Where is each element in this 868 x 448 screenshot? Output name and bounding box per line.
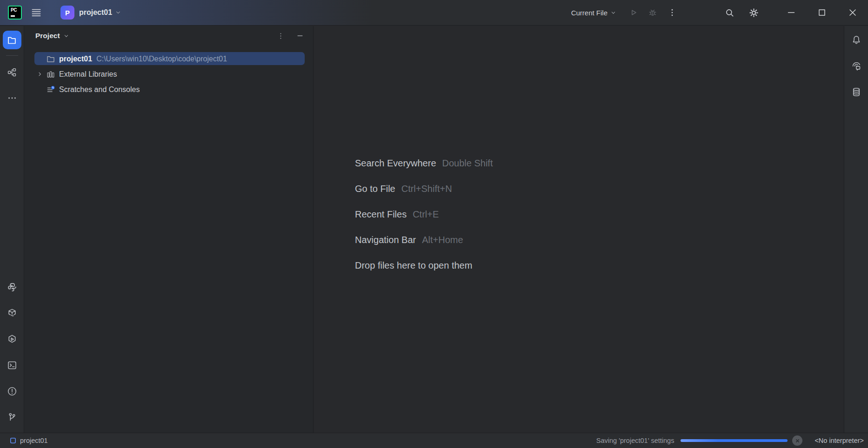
- project-window-icon: [10, 437, 16, 444]
- toolbar-divider: [6, 55, 18, 56]
- python-packages-icon[interactable]: [3, 304, 21, 323]
- version-control-icon[interactable]: [3, 408, 21, 427]
- project-folder-icon[interactable]: [3, 31, 21, 49]
- project-selector[interactable]: P project01: [60, 6, 122, 20]
- terminal-icon[interactable]: [3, 356, 21, 375]
- title-bar: PC P project01 Current File: [0, 0, 868, 26]
- close-icon[interactable]: [837, 0, 868, 26]
- tree-row-scratches[interactable]: Scratches and Consoles: [25, 82, 313, 97]
- services-icon[interactable]: [3, 330, 21, 349]
- background-task-label: Saving 'project01' settings: [596, 437, 674, 444]
- chevron-down-icon: [610, 9, 617, 16]
- search-icon[interactable]: [721, 4, 738, 21]
- notifications-bell-icon[interactable]: [847, 31, 866, 49]
- project-badge: P: [60, 6, 74, 20]
- project-tool-window: Project project01: [25, 26, 314, 433]
- tree-row-external-libraries[interactable]: External Libraries: [25, 66, 313, 82]
- panel-options-kebab-icon[interactable]: [274, 29, 287, 42]
- editor-area: Search Everywhere Double Shift Go to Fil…: [314, 26, 843, 433]
- scratches-icon: [46, 85, 56, 94]
- project-view-selector[interactable]: Project: [35, 32, 70, 40]
- project-name: project01: [79, 8, 112, 17]
- library-icon: [46, 70, 56, 79]
- right-tool-window-bar: [844, 26, 868, 433]
- settings-gear-icon[interactable]: [745, 4, 762, 21]
- project-tree: project01 C:\Users\win10\Desktop\code\pr…: [25, 46, 313, 97]
- kebab-menu-icon[interactable]: [664, 4, 681, 21]
- hamburger-menu-icon[interactable]: [28, 4, 45, 21]
- ai-assistant-icon[interactable]: [847, 57, 866, 75]
- drop-files-hint: Drop files here to open them: [355, 253, 493, 278]
- pycharm-logo: PC: [8, 6, 22, 20]
- tree-row-project-root[interactable]: project01 C:\Users\win10\Desktop\code\pr…: [25, 51, 313, 66]
- problems-icon[interactable]: [3, 382, 21, 401]
- cancel-task-icon[interactable]: [792, 435, 802, 446]
- folder-icon: [46, 54, 56, 64]
- progress-bar: [681, 439, 788, 442]
- status-bar: project01 Saving 'project01' settings <N…: [0, 433, 868, 448]
- maximize-icon[interactable]: [807, 0, 837, 26]
- chevron-down-icon: [63, 33, 70, 40]
- python-console-icon[interactable]: [3, 278, 21, 296]
- hide-panel-icon[interactable]: [294, 29, 307, 42]
- more-tool-windows-icon[interactable]: [3, 89, 21, 107]
- interpreter-widget[interactable]: <No interpreter>: [815, 437, 864, 444]
- shortcut-row: Search Everywhere Double Shift: [355, 151, 493, 176]
- shortcut-row: Recent Files Ctrl+E: [355, 202, 493, 227]
- run-configuration-selector[interactable]: Current File: [571, 9, 617, 17]
- shortcut-row: Go to File Ctrl+Shift+N: [355, 176, 493, 202]
- chevron-right-icon[interactable]: [35, 71, 44, 78]
- status-project-widget[interactable]: project01: [10, 437, 48, 444]
- structure-icon[interactable]: [3, 63, 21, 81]
- empty-state-shortcuts: Search Everywhere Double Shift Go to Fil…: [355, 151, 493, 278]
- shortcut-row: Navigation Bar Alt+Home: [355, 227, 493, 253]
- debug-icon[interactable]: [644, 4, 661, 21]
- chevron-down-icon: [114, 9, 122, 16]
- run-icon[interactable]: [625, 4, 642, 21]
- minimize-icon[interactable]: [776, 0, 807, 26]
- project-panel-header: Project: [25, 26, 313, 46]
- left-tool-window-bar: [0, 26, 24, 433]
- database-icon[interactable]: [847, 83, 866, 101]
